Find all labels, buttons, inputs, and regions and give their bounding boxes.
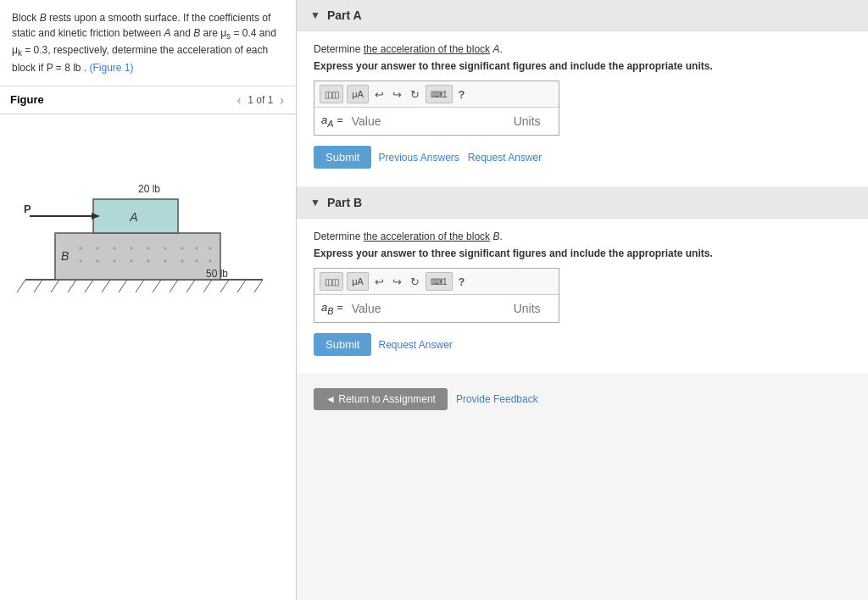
svg-line-9 xyxy=(153,280,161,292)
part-b-refresh-btn[interactable]: ↻ xyxy=(408,275,422,288)
figure-header: Figure ‹ 1 of 1 › xyxy=(0,86,296,114)
part-b-collapse-icon: ▼ xyxy=(310,197,320,208)
figure-content: B A 20 lb 50 lb P xyxy=(0,114,296,600)
part-a-collapse-icon: ▼ xyxy=(310,9,320,21)
figure-page-indicator: 1 of 1 xyxy=(248,94,273,106)
part-b-input-container: ◫◫ μA ↩ ↪ ↻ ⌨1 ? aB = xyxy=(314,268,559,323)
svg-point-27 xyxy=(131,259,133,262)
svg-point-17 xyxy=(80,247,82,249)
part-b-mua-btn[interactable]: μA xyxy=(347,272,369,291)
part-a-input-row: aA = xyxy=(314,108,559,135)
svg-point-31 xyxy=(196,247,198,249)
part-b-keyboard-btn[interactable]: ⌨1 xyxy=(426,272,453,291)
figure-svg: B A 20 lb 50 lb P xyxy=(8,123,263,301)
svg-line-8 xyxy=(136,280,144,292)
problem-text-box: Block B rests upon a smooth surface. If … xyxy=(0,0,296,86)
part-a-help-btn[interactable]: ? xyxy=(456,88,468,101)
part-a-description: Determine the acceleration of the block … xyxy=(314,43,851,55)
figure-title: Figure xyxy=(10,93,44,106)
svg-point-19 xyxy=(114,247,116,249)
svg-line-6 xyxy=(102,280,110,292)
svg-line-2 xyxy=(34,280,42,292)
part-b-toolbar: ◫◫ μA ↩ ↪ ↻ ⌨1 ? xyxy=(314,269,559,295)
part-a-toolbar: ◫◫ μA ↩ ↪ ↻ ⌨1 ? xyxy=(314,81,559,108)
svg-point-18 xyxy=(97,247,99,249)
return-to-assignment-button[interactable]: ◄ Return to Assignment xyxy=(314,388,448,410)
right-panel: ▼ Part A Determine the acceleration of t… xyxy=(297,0,868,600)
svg-point-32 xyxy=(196,259,198,262)
svg-line-11 xyxy=(186,280,195,292)
part-b-undo-btn[interactable]: ↩ xyxy=(372,275,387,288)
svg-point-28 xyxy=(147,259,150,262)
figure-next-button[interactable]: › xyxy=(278,93,286,107)
part-b-action-row: Submit Request Answer xyxy=(314,333,851,356)
part-a-mua-btn[interactable]: μA xyxy=(347,85,369,103)
svg-line-14 xyxy=(237,280,246,292)
part-b-body: Determine the acceleration of the block … xyxy=(297,219,868,373)
part-b-value-input[interactable] xyxy=(348,298,504,319)
problem-description: Block B rests upon a smooth surface. If … xyxy=(12,10,284,75)
svg-line-4 xyxy=(68,280,76,292)
part-b-help-btn[interactable]: ? xyxy=(456,275,468,288)
figure-panel: Figure ‹ 1 of 1 › xyxy=(0,86,296,600)
svg-line-15 xyxy=(254,280,263,292)
svg-line-13 xyxy=(220,280,229,292)
block-a-weight-label: 20 lb xyxy=(138,183,160,195)
part-b-matrix-btn[interactable]: ◫◫ xyxy=(320,272,343,291)
part-a-redo-btn[interactable]: ↪ xyxy=(390,88,404,101)
part-a-submit-button[interactable]: Submit xyxy=(314,146,371,169)
svg-line-12 xyxy=(203,280,212,292)
figure-prev-button[interactable]: ‹ xyxy=(236,93,243,107)
svg-point-21 xyxy=(147,247,150,249)
svg-point-20 xyxy=(131,247,133,249)
bottom-actions: ◄ Return to Assignment Provide Feedback xyxy=(297,375,868,424)
part-b-input-label: aB = xyxy=(321,301,343,316)
svg-line-10 xyxy=(170,280,178,292)
part-a-input-label: aA = xyxy=(321,114,343,129)
svg-point-25 xyxy=(97,259,99,262)
part-a-action-row: Submit Previous Answers Request Answer xyxy=(314,146,851,169)
provide-feedback-button[interactable]: Provide Feedback xyxy=(456,393,538,405)
part-b-title: Part B xyxy=(327,196,362,209)
part-b-section: ▼ Part B Determine the acceleration of t… xyxy=(297,187,868,373)
part-a-keyboard-btn[interactable]: ⌨1 xyxy=(426,85,453,103)
part-a-input-container: ◫◫ μA ↩ ↪ ↻ ⌨1 ? aA = xyxy=(314,81,559,136)
p-label: P xyxy=(24,203,31,215)
part-b-input-row: aB = xyxy=(314,295,559,322)
svg-point-30 xyxy=(181,259,184,262)
part-a-body: Determine the acceleration of the block … xyxy=(297,31,868,186)
block-a-label: A xyxy=(129,210,137,224)
part-a-value-input[interactable] xyxy=(348,111,504,131)
svg-point-24 xyxy=(80,259,82,262)
block-b-label: B xyxy=(61,249,69,263)
part-a-title: Part A xyxy=(327,8,362,22)
svg-point-29 xyxy=(164,259,167,262)
part-b-submit-button[interactable]: Submit xyxy=(314,333,371,356)
part-a-undo-btn[interactable]: ↩ xyxy=(372,88,387,101)
svg-line-1 xyxy=(17,280,25,292)
svg-point-23 xyxy=(181,247,184,249)
part-a-header[interactable]: ▼ Part A xyxy=(297,0,868,31)
svg-point-26 xyxy=(114,259,116,262)
part-b-instruction: Express your answer to three significant… xyxy=(314,247,851,259)
part-a-matrix-btn[interactable]: ◫◫ xyxy=(320,85,343,103)
svg-point-34 xyxy=(209,259,212,262)
part-b-request-answer-button[interactable]: Request Answer xyxy=(378,339,452,351)
svg-line-7 xyxy=(119,280,127,292)
part-a-section: ▼ Part A Determine the acceleration of t… xyxy=(297,0,868,186)
part-b-redo-btn[interactable]: ↪ xyxy=(390,275,404,288)
part-b-header[interactable]: ▼ Part B xyxy=(297,187,868,219)
part-b-units-input[interactable] xyxy=(510,298,665,319)
part-a-refresh-btn[interactable]: ↻ xyxy=(408,88,422,101)
part-a-units-input[interactable] xyxy=(510,111,665,131)
figure-nav: ‹ 1 of 1 › xyxy=(236,93,286,107)
block-b-weight-label: 50 lb xyxy=(206,268,228,280)
part-a-instruction: Express your answer to three significant… xyxy=(314,60,851,72)
svg-point-22 xyxy=(164,247,167,249)
part-a-previous-answers-button[interactable]: Previous Answers xyxy=(378,152,459,164)
figure-link[interactable]: (Figure 1) xyxy=(90,62,134,74)
part-a-request-answer-button[interactable]: Request Answer xyxy=(468,152,542,164)
svg-line-3 xyxy=(51,280,59,292)
left-panel: Block B rests upon a smooth surface. If … xyxy=(0,0,297,600)
part-b-description: Determine the acceleration of the block … xyxy=(314,231,851,242)
